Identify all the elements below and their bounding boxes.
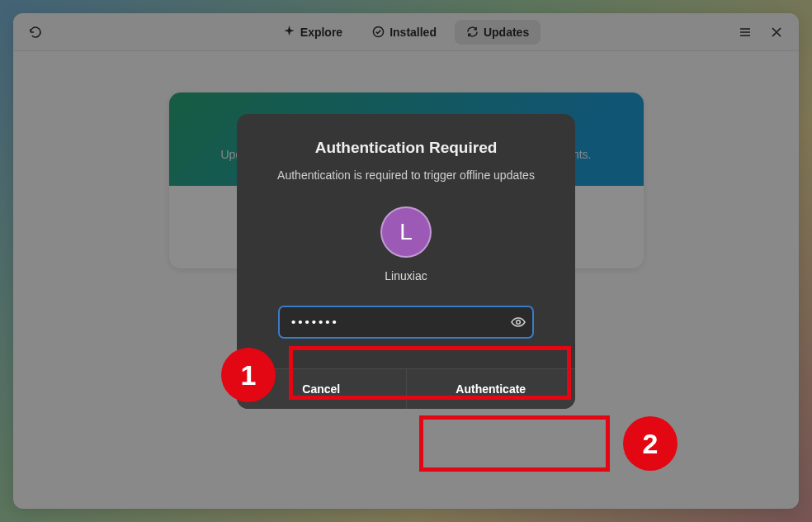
dialog-subtitle: Authentication is required to trigger of… (277, 168, 535, 182)
authenticate-button[interactable]: Authenticate (407, 369, 576, 409)
annotation-marker-2: 2 (623, 416, 677, 471)
avatar-initial: L (399, 219, 413, 245)
dialog-actions: Cancel Authenticate (237, 368, 575, 409)
password-field-wrap (278, 306, 534, 339)
auth-dialog: Authentication Required Authentication i… (237, 114, 575, 409)
annotation-marker-1: 1 (221, 348, 276, 402)
svg-point-1 (517, 320, 521, 324)
dialog-body: Authentication Required Authentication i… (237, 114, 575, 368)
eye-icon (511, 315, 526, 330)
modal-overlay: Authentication Required Authentication i… (0, 0, 812, 522)
username-label: Linuxiac (385, 269, 427, 282)
avatar: L (380, 206, 432, 258)
dialog-title: Authentication Required (315, 139, 498, 157)
reveal-password-button[interactable] (511, 315, 526, 330)
password-input[interactable] (278, 306, 534, 339)
